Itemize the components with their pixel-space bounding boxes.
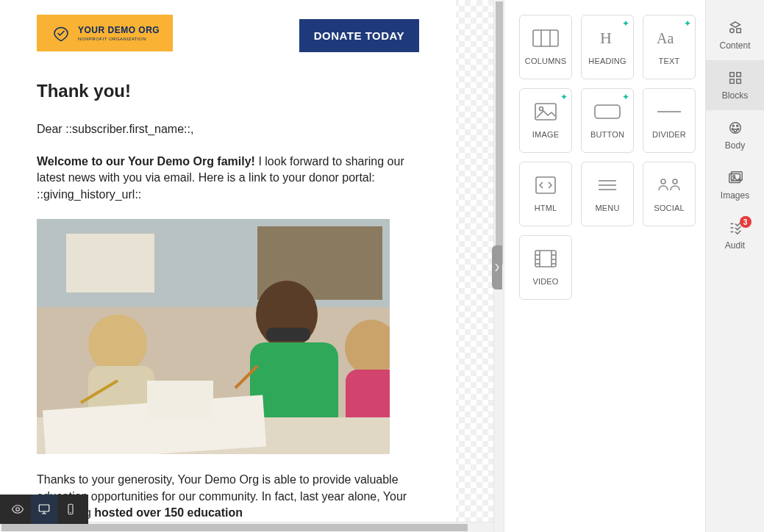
svg-rect-17 xyxy=(39,505,49,511)
svg-rect-20 xyxy=(533,30,558,46)
heading-icon: H xyxy=(594,29,621,48)
org-logo[interactable]: YOUR DEMO ORG NONPROFIT ORGANIZATION xyxy=(37,15,173,51)
block-menu[interactable]: MENU xyxy=(581,162,634,226)
collapse-palette-handle[interactable] xyxy=(492,245,502,290)
svg-point-54 xyxy=(732,129,733,130)
audit-count-badge: 3 xyxy=(740,216,751,228)
mobile-view-button[interactable] xyxy=(57,495,84,524)
rail-images[interactable]: Images xyxy=(706,160,765,210)
menu-icon xyxy=(594,176,621,195)
preview-eye-button[interactable] xyxy=(4,495,31,524)
email-thanks-bold: hosted over 150 education xyxy=(94,506,243,519)
image-icon xyxy=(532,102,559,121)
svg-point-16 xyxy=(16,508,20,511)
rail-blocks-label: Blocks xyxy=(722,90,748,101)
svg-point-26 xyxy=(540,107,543,111)
content-icon xyxy=(727,20,743,36)
svg-rect-6 xyxy=(266,328,310,341)
email-heading[interactable]: Thank you! xyxy=(37,79,419,104)
block-button-label: BUTTON xyxy=(590,130,624,139)
svg-text:Aa: Aa xyxy=(657,30,674,46)
email-thanks[interactable]: Thanks to your generosity, Your Demo Org… xyxy=(37,472,419,521)
mobile-icon xyxy=(64,503,77,516)
svg-point-51 xyxy=(732,125,734,126)
block-columns-label: COLUMNS xyxy=(525,57,566,65)
block-html-label: HTML xyxy=(535,204,557,212)
svg-rect-45 xyxy=(736,29,740,32)
rail-body[interactable]: Body xyxy=(706,110,765,160)
columns-icon xyxy=(532,29,559,48)
email-preview[interactable]: YOUR DEMO ORG NONPROFIT ORGANIZATION DON… xyxy=(0,0,456,532)
email-hero-image[interactable] xyxy=(37,219,390,454)
rail-content-label: Content xyxy=(719,40,750,51)
images-icon xyxy=(727,170,743,186)
svg-rect-27 xyxy=(595,105,620,118)
eye-icon xyxy=(11,503,24,516)
block-columns[interactable]: COLUMNS xyxy=(519,15,572,79)
svg-rect-48 xyxy=(729,79,734,84)
device-preview-bar xyxy=(0,495,88,524)
canvas-scroll[interactable]: YOUR DEMO ORG NONPROFIT ORGANIZATION DON… xyxy=(0,0,504,532)
rail-audit[interactable]: 3 Audit xyxy=(706,210,765,260)
blocks-palette: COLUMNS ✦ H HEADING ✦ Aa TEXT ✦ IMAGE ✦ … xyxy=(504,0,705,532)
svg-point-34 xyxy=(673,179,677,184)
block-menu-label: MENU xyxy=(595,204,619,212)
divider-icon xyxy=(656,102,682,121)
block-text-label: TEXT xyxy=(659,57,680,65)
side-rail: Content Blocks Body Images 3 Audit xyxy=(705,0,764,532)
svg-point-7 xyxy=(88,314,147,373)
block-text[interactable]: ✦ Aa TEXT xyxy=(643,15,696,79)
ai-sparkle-icon: ✦ xyxy=(622,18,629,29)
rail-audit-label: Audit xyxy=(725,240,745,251)
email-welcome[interactable]: Welcome to our Your Demo Org family! I l… xyxy=(37,154,419,203)
svg-point-33 xyxy=(661,179,665,184)
rail-body-label: Body xyxy=(725,140,745,151)
rail-content[interactable]: Content xyxy=(706,10,765,60)
body-icon xyxy=(727,120,743,136)
svg-text:H: H xyxy=(600,29,612,47)
rail-blocks[interactable]: Blocks xyxy=(706,60,765,110)
rail-images-label: Images xyxy=(721,190,749,201)
block-social-label: SOCIAL xyxy=(654,204,685,212)
ai-sparkle-icon: ✦ xyxy=(622,92,629,102)
horizontal-scroll-thumb[interactable] xyxy=(1,524,468,531)
svg-rect-3 xyxy=(66,234,154,292)
svg-point-55 xyxy=(734,129,737,132)
ai-sparkle-icon: ✦ xyxy=(560,92,568,102)
block-divider[interactable]: DIVIDER xyxy=(643,88,696,153)
block-html[interactable]: HTML xyxy=(519,162,572,226)
block-heading[interactable]: ✦ H HEADING xyxy=(581,15,634,79)
block-heading-label: HEADING xyxy=(588,57,626,65)
donate-button[interactable]: DONATE TODAY xyxy=(299,19,419,52)
email-welcome-bold: Welcome to our Your Demo Org family! xyxy=(37,155,255,168)
html-icon xyxy=(532,176,559,195)
svg-rect-49 xyxy=(736,79,740,84)
desktop-view-button[interactable] xyxy=(31,495,57,524)
vertical-scroll-thumb[interactable] xyxy=(496,1,503,265)
block-video-label: VIDEO xyxy=(532,277,558,286)
editor-canvas: YOUR DEMO ORG NONPROFIT ORGANIZATION DON… xyxy=(0,0,504,532)
svg-point-44 xyxy=(729,29,734,32)
block-divider-label: DIVIDER xyxy=(652,130,686,139)
svg-point-52 xyxy=(736,125,738,126)
social-icon xyxy=(656,176,682,195)
svg-rect-25 xyxy=(535,104,556,120)
svg-rect-46 xyxy=(729,73,734,77)
button-icon xyxy=(594,102,621,121)
video-icon xyxy=(532,249,559,268)
block-button[interactable]: ✦ BUTTON xyxy=(581,88,634,153)
text-icon: Aa xyxy=(656,29,682,48)
block-video[interactable]: VIDEO xyxy=(519,235,572,300)
svg-rect-13 xyxy=(147,381,213,417)
ai-sparkle-icon: ✦ xyxy=(684,18,691,29)
logo-sub-text: NONPROFIT ORGANIZATION xyxy=(78,37,160,41)
block-social[interactable]: SOCIAL xyxy=(643,162,696,226)
email-greeting[interactable]: Dear ::subscriber.first_name::, xyxy=(37,121,419,137)
desktop-icon xyxy=(38,503,51,516)
block-image-label: IMAGE xyxy=(532,130,559,139)
blocks-icon xyxy=(727,70,743,86)
svg-rect-47 xyxy=(736,73,740,77)
chevron-right-icon xyxy=(494,263,500,272)
handshake-icon xyxy=(50,22,72,44)
block-image[interactable]: ✦ IMAGE xyxy=(519,88,572,153)
